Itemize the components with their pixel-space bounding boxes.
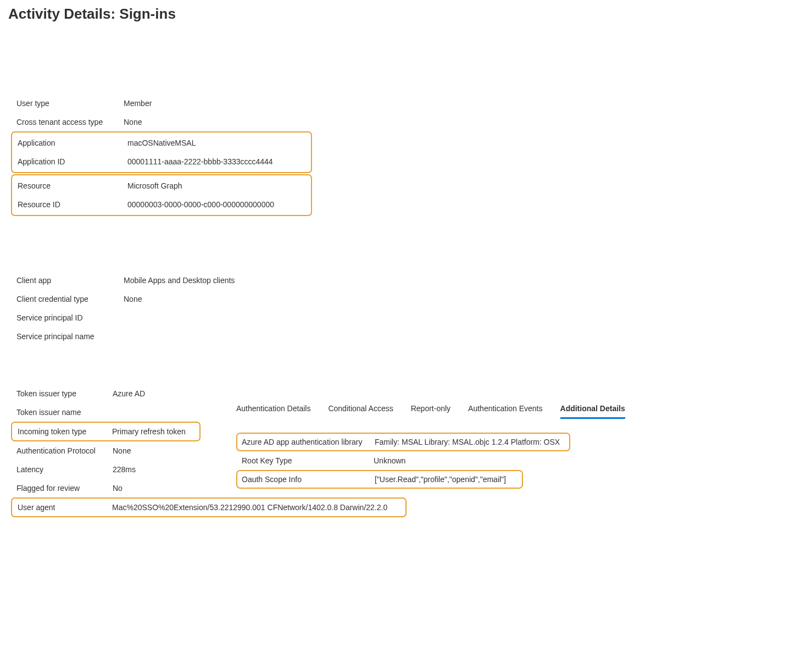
highlight-application-group: Application macOSNativeMSAL Application … — [11, 131, 312, 173]
value-application-id: 00001111-aaaa-2222-bbbb-3333cccc4444 — [127, 157, 273, 166]
tab-authentication-events[interactable]: Authentication Events — [468, 400, 542, 419]
detail-row-user-agent: User agent Mac%20SSO%20Extension/53.2212… — [12, 500, 405, 515]
details-section-mid: Client app Mobile Apps and Desktop clien… — [8, 271, 804, 346]
tab-bar: Authentication Details Conditional Acces… — [236, 400, 804, 419]
value-token-issuer-type: Azure AD — [113, 389, 145, 398]
label-token-issuer-type: Token issuer type — [8, 389, 113, 398]
value-cross-tenant: None — [124, 118, 142, 126]
detail-row-incoming-token: Incoming token type Primary refresh toke… — [12, 424, 199, 439]
detail-row-root-key: Root Key Type Unknown — [236, 451, 804, 470]
value-oauth-scope: ["User.Read","profile","openid","email"] — [375, 475, 506, 484]
detail-row-client-cred: Client credential type None — [8, 290, 804, 308]
detail-row-application: Application macOSNativeMSAL — [12, 134, 311, 152]
value-root-key: Unknown — [374, 456, 405, 465]
highlight-auth-library: Azure AD app authentication library Fami… — [236, 433, 570, 451]
page-title: Activity Details: Sign-ins — [8, 5, 804, 23]
detail-row-user-type: User type Member — [8, 94, 804, 113]
highlight-user-agent: User agent Mac%20SSO%20Extension/53.2212… — [11, 497, 407, 517]
label-cross-tenant: Cross tenant access type — [8, 118, 124, 126]
details-section-top: User type Member Cross tenant access typ… — [8, 94, 804, 216]
detail-row-auth-protocol: Authentication Protocol None — [8, 441, 236, 460]
value-client-cred: None — [124, 295, 142, 303]
label-token-issuer-name: Token issuer name — [8, 408, 113, 417]
detail-row-sp-id: Service principal ID — [8, 308, 804, 327]
value-resource-id: 00000003-0000-0000-c000-000000000000 — [127, 200, 274, 209]
detail-row-oauth-scope: Oauth Scope Info ["User.Read","profile",… — [237, 472, 522, 486]
label-user-agent: User agent — [12, 503, 112, 512]
left-column: Token issuer type Azure AD Token issuer … — [8, 384, 236, 517]
value-auth-protocol: None — [113, 446, 131, 455]
label-root-key: Root Key Type — [236, 456, 374, 465]
value-user-type: Member — [124, 99, 152, 108]
label-auth-protocol: Authentication Protocol — [8, 446, 113, 455]
label-auth-library: Azure AD app authentication library — [237, 438, 375, 446]
detail-row-cross-tenant: Cross tenant access type None — [8, 113, 804, 131]
label-resource: Resource — [12, 181, 127, 190]
detail-row-flagged: Flagged for review No — [8, 479, 236, 497]
value-application: macOSNativeMSAL — [127, 139, 196, 147]
two-column-section: Token issuer type Azure AD Token issuer … — [8, 384, 804, 517]
value-user-agent: Mac%20SSO%20Extension/53.2212990.001 CFN… — [112, 503, 387, 512]
label-sp-name: Service principal name — [8, 332, 124, 341]
label-client-cred: Client credential type — [8, 295, 124, 303]
label-sp-id: Service principal ID — [8, 313, 124, 322]
value-client-app: Mobile Apps and Desktop clients — [124, 276, 235, 285]
label-application: Application — [12, 139, 127, 147]
label-client-app: Client app — [8, 276, 124, 285]
tab-additional-details[interactable]: Additional Details — [560, 400, 625, 419]
label-flagged: Flagged for review — [8, 484, 113, 493]
value-latency: 228ms — [113, 465, 136, 474]
value-incoming-token: Primary refresh token — [112, 427, 186, 436]
label-application-id: Application ID — [12, 157, 127, 166]
tab-authentication-details[interactable]: Authentication Details — [236, 400, 310, 419]
detail-row-application-id: Application ID 00001111-aaaa-2222-bbbb-3… — [12, 152, 311, 171]
highlight-oauth-scope: Oauth Scope Info ["User.Read","profile",… — [236, 470, 523, 489]
tab-report-only[interactable]: Report-only — [411, 400, 451, 419]
detail-row-token-issuer-name: Token issuer name — [8, 403, 236, 422]
label-oauth-scope: Oauth Scope Info — [237, 475, 375, 484]
label-incoming-token: Incoming token type — [12, 427, 112, 436]
right-column: Authentication Details Conditional Acces… — [236, 384, 804, 489]
detail-row-sp-name: Service principal name — [8, 327, 804, 346]
highlight-incoming-token: Incoming token type Primary refresh toke… — [11, 422, 201, 441]
highlight-resource-group: Resource Microsoft Graph Resource ID 000… — [11, 174, 312, 216]
detail-row-latency: Latency 228ms — [8, 460, 236, 479]
value-flagged: No — [113, 484, 123, 493]
detail-row-client-app: Client app Mobile Apps and Desktop clien… — [8, 271, 804, 290]
label-latency: Latency — [8, 465, 113, 474]
detail-row-token-issuer-type: Token issuer type Azure AD — [8, 384, 236, 403]
value-resource: Microsoft Graph — [127, 181, 182, 190]
tab-conditional-access[interactable]: Conditional Access — [328, 400, 393, 419]
label-user-type: User type — [8, 99, 124, 108]
label-resource-id: Resource ID — [12, 200, 127, 209]
detail-row-resource: Resource Microsoft Graph — [12, 176, 311, 195]
detail-row-resource-id: Resource ID 00000003-0000-0000-c000-0000… — [12, 195, 311, 214]
detail-row-auth-library: Azure AD app authentication library Fami… — [237, 435, 569, 449]
value-auth-library: Family: MSAL Library: MSAL.objc 1.2.4 Pl… — [375, 438, 560, 446]
